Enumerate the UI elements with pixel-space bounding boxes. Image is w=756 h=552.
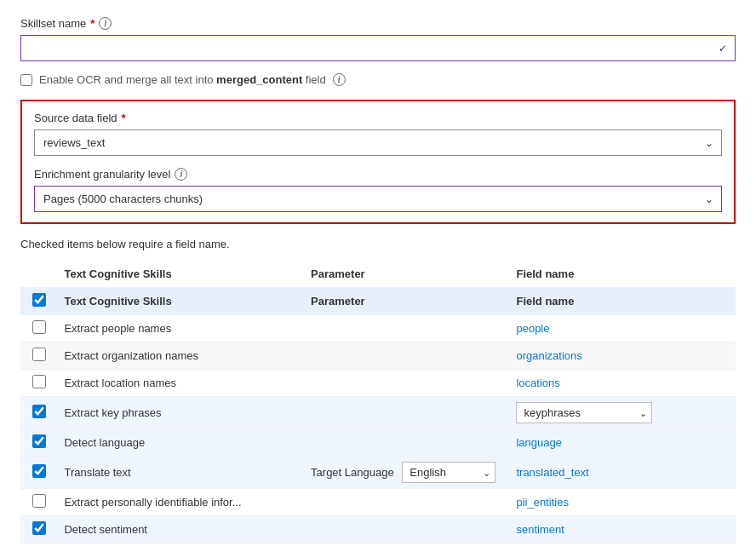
skill-param-sentiment (304, 516, 509, 543)
skill-checkbox-language[interactable] (32, 434, 46, 448)
skill-row-pii: Extract personally identifiable infor...… (20, 489, 736, 516)
granularity-info-icon[interactable]: i (175, 168, 187, 181)
skill-field-translate: translated_text (509, 457, 736, 489)
skill-checkbox-cell-pii (20, 489, 57, 516)
skill-checkbox-org[interactable] (32, 348, 46, 361)
source-field-label: Source data field * (34, 112, 722, 124)
skill-field-people: people (509, 315, 736, 342)
col-header-skill: Text Cognitive Skills (57, 262, 304, 287)
header-row-param: Parameter (304, 287, 509, 315)
skill-field-location: locations (509, 370, 736, 397)
source-field-select-wrapper: reviews_text ⌄ (34, 129, 722, 156)
skill-field-org: organizations (509, 342, 736, 370)
skillset-name-label: Skillset name * i (20, 17, 736, 30)
source-field-select[interactable]: reviews_text (34, 129, 722, 156)
skill-checkbox-people[interactable] (32, 320, 46, 334)
skill-row-extract-location: Extract location names locations (20, 370, 736, 397)
skill-param-language (304, 429, 509, 457)
header-row-field: Field name (509, 287, 736, 315)
skill-checkbox-cell-language (20, 429, 57, 457)
skillset-name-info-icon[interactable]: i (99, 17, 112, 30)
col-header-checkbox (20, 262, 57, 287)
skill-field-language: language (509, 429, 736, 457)
skill-param-pii (304, 489, 509, 516)
source-granularity-box: Source data field * reviews_text ⌄ Enric… (20, 100, 736, 224)
granularity-section: Enrichment granularity level i Pages (50… (34, 168, 722, 212)
header-row-checkbox-cell (20, 287, 57, 315)
skill-row-keyphrases: Extract key phrases keyphrases ⌄ (20, 397, 736, 429)
ocr-info-icon[interactable]: i (333, 73, 346, 86)
skill-checkbox-pii[interactable] (32, 494, 46, 508)
skill-label-keyphrases: Extract key phrases (57, 397, 304, 429)
skill-field-pii: pii_entities (509, 489, 736, 516)
skill-checkbox-cell-people (20, 315, 57, 342)
checked-note: Checked items below require a field name… (20, 238, 736, 250)
granularity-select[interactable]: Pages (5000 characters chunks) (34, 186, 722, 212)
skill-label-people: Extract people names (57, 315, 304, 342)
skill-field-keyphrases: keyphrases ⌄ (509, 397, 736, 429)
skill-row-sentiment: Detect sentiment sentiment (20, 516, 736, 543)
skill-param-people (304, 315, 509, 342)
skill-row-extract-org: Extract organization names organizations (20, 342, 736, 370)
keyphrases-field-select[interactable]: keyphrases (516, 402, 652, 423)
skill-row-detect-language: Detect language language (20, 429, 736, 457)
target-language-select[interactable]: English (402, 462, 495, 483)
col-header-fieldname: Field name (509, 262, 736, 287)
source-field-section: Source data field * reviews_text ⌄ (34, 112, 722, 156)
skill-field-sentiment: sentiment (509, 516, 736, 543)
target-language-select-wrapper: English ⌄ (402, 462, 495, 483)
table-header-row: Text Cognitive Skills Parameter Field na… (20, 287, 736, 315)
skill-checkbox-location[interactable] (32, 375, 46, 388)
keyphrases-select-wrapper: keyphrases ⌄ (516, 402, 652, 423)
target-language-label: Target Language (311, 466, 394, 479)
skill-checkbox-translate[interactable] (32, 464, 46, 478)
skill-label-sentiment: Detect sentiment (57, 516, 304, 543)
col-header-parameter: Parameter (304, 262, 509, 287)
skill-checkbox-keyphrases[interactable] (32, 405, 46, 418)
skill-param-location (304, 370, 509, 397)
header-row-skill-label: Text Cognitive Skills (57, 287, 304, 315)
skill-label-language: Detect language (57, 429, 304, 457)
skill-checkbox-cell-translate (20, 457, 57, 489)
skill-checkbox-cell-keyphrases (20, 397, 57, 429)
ocr-row: Enable OCR and merge all text into merge… (20, 73, 736, 86)
skill-param-org (304, 342, 509, 370)
granularity-select-wrapper: Pages (5000 characters chunks) ⌄ (34, 186, 722, 212)
skill-param-keyphrases (304, 397, 509, 429)
skill-row-extract-people: Extract people names people (20, 315, 736, 342)
skill-label-org: Extract organization names (57, 342, 304, 370)
skillset-name-section: Skillset name * i hotel-reviews-ss ✓ (20, 17, 736, 61)
skill-label-pii: Extract personally identifiable infor... (57, 489, 304, 516)
skill-checkbox-cell-sentiment (20, 516, 57, 543)
skill-checkbox-sentiment[interactable] (32, 521, 46, 535)
skill-row-translate: Translate text Target Language English ⌄… (20, 457, 736, 489)
skill-checkbox-cell-location (20, 370, 57, 397)
skill-label-location: Extract location names (57, 370, 304, 397)
skills-table: Text Cognitive Skills Parameter Field na… (20, 262, 736, 543)
skillset-name-input-wrapper: hotel-reviews-ss ✓ (20, 35, 736, 61)
header-checkbox[interactable] (32, 293, 46, 307)
granularity-label: Enrichment granularity level i (34, 168, 722, 181)
skill-checkbox-cell-org (20, 342, 57, 370)
ocr-checkbox[interactable] (20, 74, 32, 86)
ocr-label: Enable OCR and merge all text into merge… (39, 73, 326, 86)
skill-param-translate: Target Language English ⌄ (304, 457, 509, 489)
skill-label-translate: Translate text (57, 457, 304, 489)
skillset-name-input[interactable]: hotel-reviews-ss (20, 35, 736, 61)
